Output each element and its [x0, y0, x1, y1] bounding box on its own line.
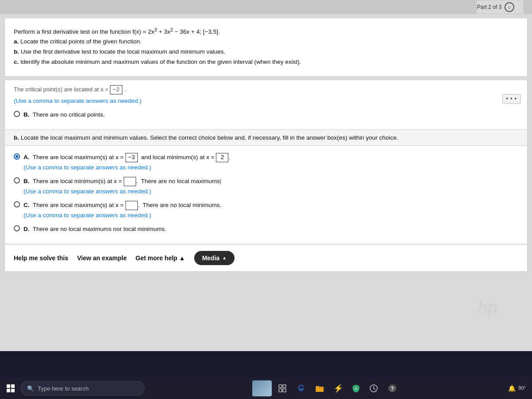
section-b-answers: A. There are local maximum(s) at x = −3 … — [4, 146, 528, 244]
part-a-text: a. Locate the critical points of the giv… — [14, 38, 141, 45]
edge-icon[interactable] — [293, 380, 309, 396]
taskbar-time[interactable]: 90° — [518, 385, 526, 391]
help-icon[interactable]: ? — [384, 380, 400, 396]
option-c-content: C. There are local maximum(s) at x = . T… — [23, 200, 518, 221]
option-c-row: C. There are local maximum(s) at x = . T… — [14, 200, 518, 221]
option-c-hint: (Use a comma to separate answers as need… — [23, 212, 151, 219]
search-bar[interactable]: 🔍 Type here to search — [20, 381, 145, 395]
option-c-radio[interactable] — [14, 201, 20, 207]
partial-text: The critical point(s) are located at x = — [14, 86, 110, 93]
option-d-radio[interactable] — [14, 225, 20, 231]
question-area: Perform a first derivative test on the f… — [4, 18, 528, 77]
option-a-radio[interactable] — [14, 153, 20, 160]
local-min-b-value[interactable] — [124, 177, 136, 186]
option-a-content: A. There are local maximum(s) at x = −3 … — [23, 153, 518, 173]
svg-rect-6 — [279, 389, 282, 392]
top-bar: Part 2 of 3 ○ — [0, 0, 532, 14]
search-placeholder: Type here to search — [38, 385, 89, 392]
svg-rect-1 — [11, 384, 15, 388]
svg-rect-3 — [11, 389, 15, 392]
power-icon[interactable]: ⚡ — [330, 380, 346, 396]
option-b2-content: B. There are local minimum(s) at x = . T… — [23, 176, 518, 197]
option-b-row: B. There are no critical points. — [14, 110, 518, 120]
section-a-answer: The critical point(s) are located at x =… — [4, 80, 528, 130]
taskbar-right: 🔔 90° — [508, 385, 529, 392]
close-button[interactable]: ○ — [505, 2, 514, 12]
start-button[interactable] — [3, 380, 19, 396]
svg-rect-4 — [279, 385, 282, 387]
option-c-label: C. There are local maximum(s) at x = . T… — [23, 202, 222, 208]
help-solve-button[interactable]: Help me solve this — [14, 253, 68, 263]
taskbar: 🔍 Type here to search — [0, 378, 532, 399]
option-b2-label: B. There are local minimum(s) at x = . T… — [23, 178, 221, 184]
local-min-value[interactable]: 2 — [216, 153, 228, 162]
shield-badge-icon[interactable]: 7 — [349, 381, 363, 395]
option-a-label: A. There are local maximum(s) at x = −3 … — [23, 154, 230, 160]
option-b2-hint: (Use a comma to separate answers as need… — [23, 188, 151, 195]
local-max-c-value[interactable] — [125, 201, 138, 210]
part-c-text: c. Identify the absolute minimum and max… — [14, 59, 301, 65]
hp-logo: hp — [478, 298, 497, 317]
view-example-button[interactable]: View an example — [77, 253, 127, 263]
section-b-text: b. Locate the local maximum and minimum … — [14, 134, 398, 141]
media-label: Media — [202, 254, 220, 262]
more-options-button[interactable]: • • • — [502, 94, 521, 104]
section-b-instruction: b. Locate the local maximum and minimum … — [4, 130, 528, 146]
option-b2-radio[interactable] — [14, 177, 20, 184]
option-d-text: D. There are no local maximums nor local… — [23, 224, 166, 235]
svg-rect-5 — [283, 385, 286, 387]
part-header: Part 2 of 3 ○ — [477, 0, 523, 14]
search-icon: 🔍 — [27, 385, 34, 392]
option-a-hint: (Use a comma to separate answers as need… — [23, 164, 151, 171]
taskbar-center: ⚡ 7 ? — [146, 380, 506, 396]
file-explorer-icon[interactable] — [312, 380, 328, 396]
svg-rect-7 — [283, 389, 286, 392]
critical-points-value[interactable]: −2 — [110, 85, 122, 94]
partial-suffix: . — [124, 86, 126, 93]
notification-icon[interactable]: 🔔 — [508, 385, 516, 392]
part-label: Part 2 of 3 — [477, 4, 501, 10]
question-intro: Perform a first derivative test on the f… — [14, 28, 220, 35]
media-button[interactable]: Media — [194, 251, 235, 265]
bottom-actions: Help me solve this View an example Get m… — [4, 244, 528, 272]
taskbar-thumbnail[interactable] — [252, 380, 272, 396]
caret — [220, 178, 221, 184]
get-more-help-button[interactable]: Get more help ▲ — [136, 253, 185, 263]
svg-text:7: 7 — [355, 387, 357, 391]
svg-rect-0 — [7, 384, 10, 388]
hp-logo-area: hp — [443, 290, 532, 325]
temperature: 90° — [518, 385, 526, 391]
option-b-label: B. There are no critical points. — [23, 110, 105, 120]
question-text: Perform a first derivative test on the f… — [14, 25, 518, 67]
option-b2-row: B. There are local minimum(s) at x = . T… — [14, 176, 518, 197]
option-b-radio[interactable] — [14, 111, 20, 117]
partial-hint: (Use a comma to separate answers as need… — [14, 96, 518, 106]
part-b-text: b. Use the first derivative test to loca… — [14, 48, 225, 55]
local-max-value[interactable]: −3 — [125, 153, 138, 162]
partial-answer-row: The critical point(s) are located at x =… — [14, 85, 518, 94]
clock-icon[interactable] — [366, 380, 382, 396]
svg-text:?: ? — [391, 386, 394, 392]
main-content: Perform a first derivative test on the f… — [0, 14, 532, 351]
task-view-icon[interactable] — [274, 380, 290, 396]
option-a-row: A. There are local maximum(s) at x = −3 … — [14, 153, 518, 173]
svg-rect-2 — [7, 389, 10, 392]
option-d-row: D. There are no local maximums nor local… — [14, 224, 518, 235]
